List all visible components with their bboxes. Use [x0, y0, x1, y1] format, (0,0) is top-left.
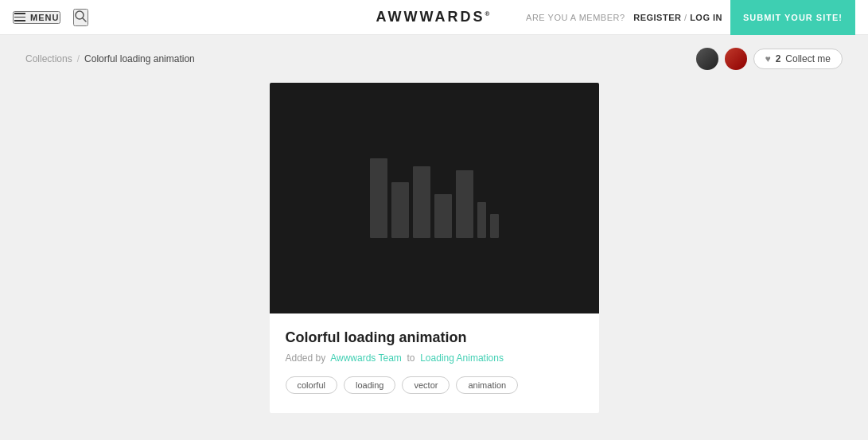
- main-content: Colorful loading animation Added by Awww…: [0, 83, 868, 438]
- tag[interactable]: colorful: [286, 376, 337, 394]
- card: Colorful loading animation Added by Awww…: [270, 83, 599, 413]
- avatar-2: [725, 48, 747, 70]
- tag[interactable]: vector: [402, 376, 450, 394]
- register-link[interactable]: REGISTER: [633, 13, 681, 22]
- header-right: ARE YOU A MEMBER? REGISTER / LOG IN SUBM…: [526, 0, 855, 35]
- bar-5: [456, 170, 473, 238]
- header-left: MENU: [13, 9, 88, 26]
- breadcrumb-separator: /: [77, 53, 80, 64]
- submit-site-button[interactable]: SUBMIT YOUR SITE!: [730, 0, 855, 35]
- breadcrumb-current-page: Colorful loading animation: [84, 53, 195, 64]
- breadcrumb: Collections / Colorful loading animation: [25, 53, 195, 64]
- bar-7: [490, 214, 499, 238]
- card-body: Colorful loading animation Added by Awww…: [270, 313, 599, 413]
- avatar-1: [696, 48, 718, 70]
- breadcrumb-collections-link[interactable]: Collections: [25, 53, 72, 64]
- card-added-by: Added by Awwwards Team to Loading Animat…: [286, 352, 583, 364]
- bar-3: [413, 166, 430, 238]
- author-link[interactable]: Awwwards Team: [330, 352, 402, 364]
- bar-1: [370, 158, 387, 238]
- card-title: Colorful loading animation: [286, 329, 583, 346]
- svg-line-1: [83, 18, 86, 21]
- site-logo[interactable]: AWWWARDS®: [376, 9, 492, 25]
- collection-link[interactable]: Loading Animations: [420, 352, 504, 364]
- search-button[interactable]: [73, 9, 88, 26]
- menu-button[interactable]: MENU: [13, 11, 60, 24]
- breadcrumb-bar: Collections / Colorful loading animation…: [0, 35, 868, 83]
- bar-6: [477, 202, 486, 238]
- tags-container: colorfulloadingvectoranimation: [286, 376, 583, 394]
- collect-label: Collect me: [785, 53, 831, 64]
- collect-count: 2: [776, 53, 781, 64]
- header: MENU AWWWARDS® ARE YOU A MEMBER? REGISTE…: [0, 0, 868, 35]
- heart-icon: ♥: [765, 53, 771, 64]
- login-link[interactable]: LOG IN: [690, 13, 722, 22]
- tag[interactable]: loading: [344, 376, 395, 394]
- card-image: [270, 83, 599, 313]
- breadcrumb-actions: ♥ 2 Collect me: [696, 48, 843, 70]
- tag[interactable]: animation: [456, 376, 518, 394]
- loading-bars-visual: [370, 158, 499, 238]
- bar-4: [434, 194, 452, 238]
- collect-button[interactable]: ♥ 2 Collect me: [753, 49, 843, 69]
- bar-2: [391, 182, 409, 238]
- member-text: ARE YOU A MEMBER? REGISTER / LOG IN: [526, 13, 722, 22]
- hamburger-icon: [14, 13, 25, 21]
- menu-label: MENU: [30, 13, 59, 22]
